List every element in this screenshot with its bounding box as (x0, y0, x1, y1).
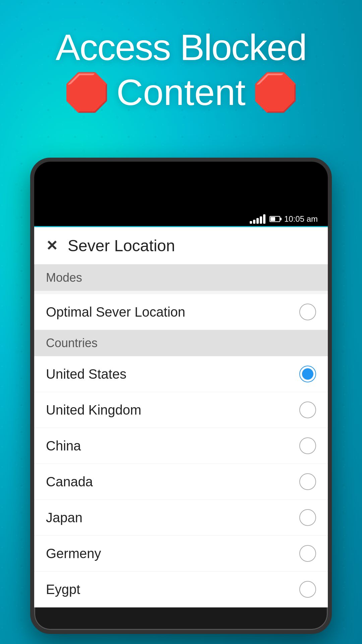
list-item[interactable]: China (34, 428, 328, 464)
country-radio[interactable] (299, 545, 316, 562)
optimal-location-radio[interactable] (299, 304, 316, 320)
optimal-location-option[interactable]: Optimal Sever Location (34, 294, 328, 330)
signal-icon (250, 214, 265, 224)
optimal-location-label: Optimal Sever Location (46, 305, 185, 320)
radio-inner-fill (302, 368, 313, 380)
country-name: United Kingdom (46, 402, 141, 418)
hero-line1: Access Blocked (0, 27, 362, 67)
country-name: Eygpt (46, 582, 80, 597)
stop-sign-left: 🛑 (64, 74, 110, 111)
battery-fill (270, 217, 275, 221)
country-radio[interactable] (299, 401, 316, 418)
list-item[interactable]: Eygpt (34, 572, 328, 607)
screen-title: Sever Location (68, 236, 175, 255)
list-item[interactable]: Japan (34, 500, 328, 536)
screen-header: ✕ Sever Location (34, 227, 328, 265)
list-item[interactable]: Germeny (34, 536, 328, 572)
phone-screen: ✕ Sever Location Modes Optimal Sever Loc… (34, 227, 328, 607)
divider-gap-1 (34, 291, 328, 294)
close-button[interactable]: ✕ (46, 239, 58, 253)
list-item[interactable]: United Kingdom (34, 392, 328, 428)
country-radio[interactable] (299, 509, 316, 526)
country-radio-selected[interactable] (299, 366, 316, 382)
signal-bar-1 (250, 221, 252, 224)
country-name: United States (46, 367, 126, 382)
list-item[interactable]: Canada (34, 464, 328, 500)
country-name: Japan (46, 510, 82, 525)
signal-bar-3 (256, 218, 259, 224)
country-radio[interactable] (299, 473, 316, 490)
countries-section-header: Countries (34, 330, 328, 356)
country-name: China (46, 438, 81, 453)
country-radio[interactable] (299, 437, 316, 454)
signal-bar-5 (263, 214, 265, 224)
phone-container: 10:05 am ✕ Sever Location Modes Optimal … (30, 158, 332, 644)
country-radio[interactable] (299, 581, 316, 598)
modes-section-header: Modes (34, 265, 328, 291)
phone-top-bar: 10:05 am (34, 162, 328, 227)
hero-section: Access Blocked 🛑 Content 🛑 (0, 27, 362, 113)
teal-line (34, 226, 328, 227)
hero-row2: 🛑 Content 🛑 (0, 71, 362, 113)
list-item[interactable]: United States (34, 356, 328, 392)
country-name: Germeny (46, 546, 101, 561)
stop-sign-right: 🛑 (252, 74, 298, 111)
hero-line2: Content (116, 71, 245, 113)
country-name: Canada (46, 474, 93, 489)
status-bar: 10:05 am (250, 214, 318, 224)
signal-bar-4 (260, 216, 262, 224)
phone-frame: 10:05 am ✕ Sever Location Modes Optimal … (30, 158, 332, 634)
battery-icon (269, 216, 280, 222)
time-display: 10:05 am (284, 214, 318, 224)
signal-bar-2 (253, 220, 255, 224)
